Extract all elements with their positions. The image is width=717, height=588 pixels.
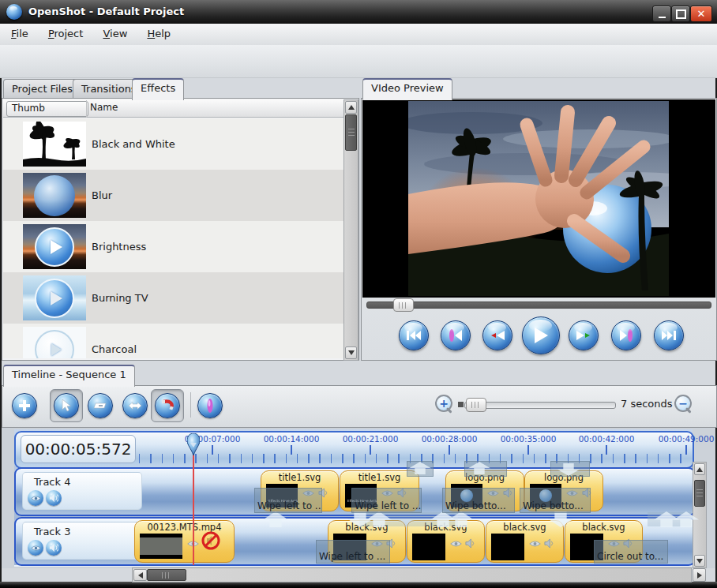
- snap-magnet-button[interactable]: [155, 393, 180, 418]
- audio-muted-icon[interactable]: [201, 531, 220, 550]
- maximize-button[interactable]: [671, 6, 690, 22]
- column-header-thumb[interactable]: Thumb: [6, 101, 88, 117]
- transition-wipe-bottom[interactable]: Wipe botto...: [442, 488, 515, 513]
- video-viewport[interactable]: [362, 99, 715, 298]
- transition-fragment[interactable]: [407, 461, 434, 477]
- clip-audio-icon[interactable]: [465, 538, 475, 549]
- scroll-right-button[interactable]: [693, 568, 706, 582]
- transition-fragment[interactable]: [464, 461, 507, 477]
- add-marker-button[interactable]: [197, 393, 223, 418]
- tab-project-files[interactable]: Project Files: [3, 79, 81, 99]
- menu-view[interactable]: View: [95, 24, 135, 45]
- menu-file[interactable]: File: [3, 24, 36, 45]
- effect-row-burning-tv[interactable]: Burning TV: [3, 272, 343, 324]
- scroll-down-button[interactable]: [345, 346, 357, 359]
- clip-label: black.svg: [565, 521, 642, 533]
- seek-handle[interactable]: [393, 298, 414, 312]
- column-header-name[interactable]: Name: [90, 102, 118, 113]
- title-bar[interactable]: OpenShot - Default Project ✕: [0, 0, 717, 24]
- transition-wipe-bottom-2[interactable]: Wipe botto...: [520, 488, 591, 513]
- ruler-label: 00:00:49:000: [655, 434, 717, 444]
- arrow-left-icon: [138, 572, 143, 579]
- razor-tool-button[interactable]: [88, 393, 113, 418]
- scroll-down-button[interactable]: [694, 555, 705, 567]
- window-title: OpenShot - Default Project: [28, 0, 184, 24]
- tab-timeline[interactable]: Timeline - Sequence 1: [3, 365, 135, 387]
- resize-tool-button[interactable]: [122, 393, 148, 418]
- select-tool-button[interactable]: [54, 393, 79, 418]
- rewind-button[interactable]: [482, 320, 512, 350]
- menu-help[interactable]: Help: [139, 24, 178, 45]
- charcoal-thumb: [23, 327, 86, 358]
- arrow-up-icon: [696, 467, 703, 472]
- effects-scrollbar[interactable]: [343, 99, 358, 361]
- seek-start-button[interactable]: [399, 320, 429, 350]
- zoom-slider-track[interactable]: [464, 402, 616, 409]
- clip-visibility-icon[interactable]: [529, 540, 541, 548]
- effect-row-brightness[interactable]: Brightness: [3, 221, 343, 272]
- tab-effects[interactable]: Effects: [132, 78, 184, 100]
- track-visibility-button[interactable]: [28, 540, 43, 556]
- effect-name: Brightness: [92, 221, 146, 272]
- zoom-in-button[interactable]: +: [435, 395, 454, 414]
- playhead-handle[interactable]: [187, 433, 200, 455]
- arrow-down-icon: [348, 350, 355, 355]
- playhead-timecode: 00:00:05:572: [21, 435, 136, 463]
- effect-row-charcoal[interactable]: Charcoal: [3, 324, 343, 358]
- next-marker-button[interactable]: [611, 320, 641, 350]
- timeline-vscrollbar[interactable]: [693, 462, 707, 568]
- timeline-hscrollbar[interactable]: [132, 567, 692, 582]
- timeline-canvas[interactable]: 00:00:05:572 00:00:07:000 00:00:14:000 0…: [2, 426, 715, 568]
- openshot-window: OpenShot - Default Project ✕ File Projec…: [0, 0, 717, 588]
- effect-row-blur[interactable]: Blur: [3, 170, 343, 221]
- track-3-header: Track 3: [22, 522, 142, 560]
- openshot-logo-icon: [6, 4, 22, 20]
- hscrollbar-thumb[interactable]: [147, 569, 186, 581]
- transition-wipe-left-3[interactable]: Wipe left to ...: [316, 540, 390, 564]
- preview-seek-bar[interactable]: [366, 301, 711, 309]
- clip-visibility-icon[interactable]: [450, 540, 462, 548]
- clip-label: black.svg: [486, 521, 563, 533]
- clip-black-svg-3[interactable]: black.svg: [486, 520, 564, 563]
- add-track-button[interactable]: [12, 393, 37, 418]
- close-icon: ✕: [697, 9, 706, 19]
- clip-00123-mts-mp4[interactable]: 00123.MTS.mp4: [134, 520, 235, 563]
- fast-forward-button[interactable]: [569, 320, 599, 350]
- track-audio-button[interactable]: [46, 540, 62, 556]
- track-visibility-button[interactable]: [28, 490, 43, 506]
- brightness-thumb: [23, 224, 86, 269]
- effect-row-black-and-white[interactable]: Black and White: [3, 118, 343, 170]
- timeline-ruler[interactable]: 00:00:05:572 00:00:07:000 00:00:14:000 0…: [14, 431, 694, 469]
- clip-audio-icon[interactable]: [544, 538, 554, 549]
- transition-fragment[interactable]: [550, 461, 590, 477]
- vscrollbar-thumb[interactable]: [694, 480, 705, 507]
- scroll-up-button[interactable]: [345, 101, 357, 114]
- minimize-button[interactable]: [652, 6, 671, 22]
- arrow-right-icon: [697, 572, 702, 579]
- main-toolbar: [0, 45, 717, 78]
- close-button[interactable]: ✕: [690, 6, 712, 22]
- transition-wipe-left-2[interactable]: Wipe left to ...: [351, 488, 422, 513]
- previous-marker-button[interactable]: [441, 320, 471, 350]
- zoom-out-button[interactable]: −: [674, 395, 693, 414]
- clip-thumbnail: [412, 534, 445, 560]
- maximize-icon: [676, 9, 686, 19]
- tab-video-preview[interactable]: VIdeo Preview: [362, 78, 452, 100]
- ruler-label: 00:00:21:000: [339, 434, 402, 444]
- track-3-label: Track 3: [34, 526, 70, 537]
- zoom-slider-handle[interactable]: [466, 398, 486, 412]
- scrollbar-thumb[interactable]: [345, 114, 357, 151]
- track-audio-button[interactable]: [46, 490, 62, 506]
- play-button[interactable]: [522, 316, 560, 354]
- scroll-up-button[interactable]: [694, 463, 705, 475]
- video-preview-panel: [361, 98, 717, 361]
- transition-wipe-left[interactable]: Wipe left to ...: [254, 488, 322, 513]
- transition-circle-out[interactable]: Circle out to...: [594, 540, 668, 564]
- effect-name: Burning TV: [92, 272, 148, 324]
- zoom-slider-endcap: [458, 402, 464, 407]
- clip-label: title1.svg: [261, 471, 338, 483]
- menu-project[interactable]: Project: [40, 24, 92, 45]
- scroll-left-button[interactable]: [133, 569, 147, 581]
- seek-end-button[interactable]: [654, 320, 684, 350]
- arrow-up-icon: [348, 105, 355, 110]
